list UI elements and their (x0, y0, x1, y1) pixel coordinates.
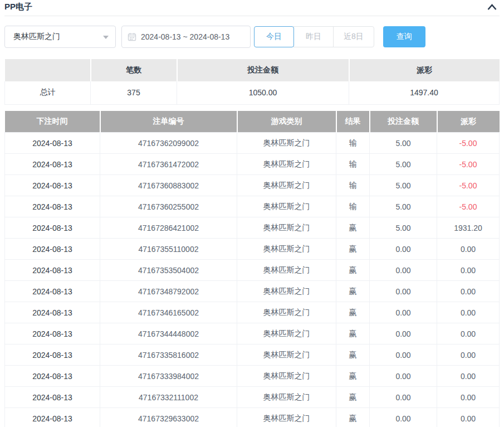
game-category-cell: 奥林匹斯之门 (237, 302, 336, 323)
summary-table: 笔数 投注金额 派彩 总计 375 1050.00 1497.40 (4, 59, 500, 105)
order-number-cell: 47167355110002 (100, 239, 237, 260)
game-category-cell: 奥林匹斯之门 (237, 408, 336, 427)
result-cell: 赢 (336, 217, 370, 239)
order-number-cell: 47167344448002 (100, 323, 237, 344)
table-row: 2024-08-1347167348792002奥林匹斯之门赢0.000.00 (5, 281, 500, 302)
bet-table-body: 2024-08-1347167362099002奥林匹斯之门输5.00-5.00… (5, 133, 500, 427)
payout-cell: -5.00 (437, 175, 500, 196)
table-row: 2024-08-1347167362099002奥林匹斯之门输5.00-5.00 (5, 133, 500, 154)
date-range-input[interactable]: 2024-08-13 ~ 2024-08-13 (121, 26, 251, 48)
page-title: PP电子 (4, 2, 32, 12)
bet-amount-cell: 0.00 (370, 260, 437, 281)
col-result: 结果 (336, 111, 370, 133)
bet-amount-cell: 5.00 (370, 133, 437, 154)
game-category-cell: 奥林匹斯之门 (237, 217, 336, 239)
result-cell: 赢 (336, 260, 370, 281)
collapse-button[interactable] (486, 3, 498, 11)
order-number-cell: 47167348792002 (100, 281, 237, 302)
bet-time-cell: 2024-08-13 (5, 344, 100, 366)
summary-header-empty (5, 59, 91, 81)
game-category-cell: 奥林匹斯之门 (237, 175, 336, 196)
result-cell: 赢 (336, 408, 370, 427)
result-cell: 赢 (336, 344, 370, 366)
summary-payout-value: 1497.40 (349, 81, 500, 104)
bet-records-table: 下注时间 注单编号 游戏类别 结果 投注金额 派彩 2024-08-134716… (4, 111, 500, 427)
game-category-cell: 奥林匹斯之门 (237, 281, 336, 302)
payout-cell: 0.00 (437, 302, 500, 323)
order-number-cell: 47167361472002 (100, 154, 237, 175)
order-number-cell: 47167286421002 (100, 217, 237, 239)
payout-cell: 0.00 (437, 344, 500, 366)
table-row: 2024-08-1347167346165002奥林匹斯之门赢0.000.00 (5, 302, 500, 323)
bet-amount-cell: 0.00 (370, 302, 437, 323)
result-cell: 赢 (336, 323, 370, 344)
game-category-cell: 奥林匹斯之门 (237, 154, 336, 175)
bet-time-cell: 2024-08-13 (5, 217, 100, 239)
bet-records-panel: PP电子 奥林匹斯之门 (0, 0, 504, 427)
today-button[interactable]: 今日 (254, 26, 294, 47)
table-row: 2024-08-1347167286421002奥林匹斯之门赢5.001931.… (5, 217, 500, 239)
table-row: 2024-08-1347167344448002奥林匹斯之门赢0.000.00 (5, 323, 500, 344)
result-cell: 输 (336, 175, 370, 196)
summary-header-payout: 派彩 (349, 59, 500, 81)
order-number-cell: 47167333984002 (100, 366, 237, 387)
payout-cell: -5.00 (437, 154, 500, 175)
col-bet-amount: 投注金额 (370, 111, 437, 133)
bet-amount-cell: 5.00 (370, 217, 437, 239)
game-select[interactable]: 奥林匹斯之门 (4, 26, 116, 48)
col-bet-time: 下注时间 (5, 111, 100, 133)
bet-time-cell: 2024-08-13 (5, 260, 100, 281)
result-cell: 赢 (336, 366, 370, 387)
bet-amount-cell: 5.00 (370, 196, 437, 217)
summary-total-label: 总计 (5, 81, 91, 104)
panel-header: PP电子 (4, 0, 500, 16)
bet-amount-cell: 0.00 (370, 366, 437, 387)
table-row: 2024-08-1347167360255002奥林匹斯之门输5.00-5.00 (5, 196, 500, 217)
last-8-days-button[interactable]: 近8日 (333, 26, 374, 47)
table-row: 2024-08-1347167360883002奥林匹斯之门输5.00-5.00 (5, 175, 500, 196)
game-category-cell: 奥林匹斯之门 (237, 260, 336, 281)
table-row: 2024-08-1347167361472002奥林匹斯之门输5.00-5.00 (5, 154, 500, 175)
search-button[interactable]: 查询 (383, 26, 425, 47)
bet-time-cell: 2024-08-13 (5, 366, 100, 387)
bet-time-cell: 2024-08-13 (5, 323, 100, 344)
filter-bar: 奥林匹斯之门 2024-08-13 ~ 2024-08-13 (4, 26, 500, 48)
order-number-cell: 47167346165002 (100, 302, 237, 323)
bet-amount-cell: 0.00 (370, 408, 437, 427)
bet-amount-cell: 5.00 (370, 175, 437, 196)
payout-cell: 0.00 (437, 408, 500, 427)
order-number-cell: 47167362099002 (100, 133, 237, 154)
yesterday-button[interactable]: 昨日 (293, 26, 334, 47)
col-game-category: 游戏类别 (237, 111, 336, 133)
table-row: 2024-08-1347167333984002奥林匹斯之门赢0.000.00 (5, 366, 500, 387)
payout-cell: 0.00 (437, 387, 500, 408)
bet-amount-cell: 0.00 (370, 323, 437, 344)
order-number-cell: 47167332111002 (100, 387, 237, 408)
game-category-cell: 奥林匹斯之门 (237, 387, 336, 408)
summary-total-row: 总计 375 1050.00 1497.40 (5, 81, 500, 104)
table-row: 2024-08-1347167335816002奥林匹斯之门赢0.000.00 (5, 344, 500, 366)
order-number-cell: 47167360255002 (100, 196, 237, 217)
table-row: 2024-08-1347167329633002奥林匹斯之门赢0.000.00 (5, 408, 500, 427)
bet-amount-cell: 0.00 (370, 387, 437, 408)
bet-amount-cell: 0.00 (370, 281, 437, 302)
order-number-cell: 47167353504002 (100, 260, 237, 281)
payout-cell: 0.00 (437, 366, 500, 387)
result-cell: 输 (336, 133, 370, 154)
game-select-value: 奥林匹斯之门 (13, 32, 60, 42)
bet-time-cell: 2024-08-13 (5, 133, 100, 154)
game-category-cell: 奥林匹斯之门 (237, 196, 336, 217)
payout-cell: 0.00 (437, 281, 500, 302)
bet-amount-cell: 0.00 (370, 344, 437, 366)
summary-count-value: 375 (91, 81, 177, 104)
payout-cell: 0.00 (437, 239, 500, 260)
bet-time-cell: 2024-08-13 (5, 281, 100, 302)
bet-amount-cell: 0.00 (370, 239, 437, 260)
bet-time-cell: 2024-08-13 (5, 154, 100, 175)
game-category-cell: 奥林匹斯之门 (237, 239, 336, 260)
game-category-cell: 奥林匹斯之门 (237, 366, 336, 387)
payout-cell: 0.00 (437, 323, 500, 344)
result-cell: 赢 (336, 281, 370, 302)
order-number-cell: 47167329633002 (100, 408, 237, 427)
bet-time-cell: 2024-08-13 (5, 302, 100, 323)
